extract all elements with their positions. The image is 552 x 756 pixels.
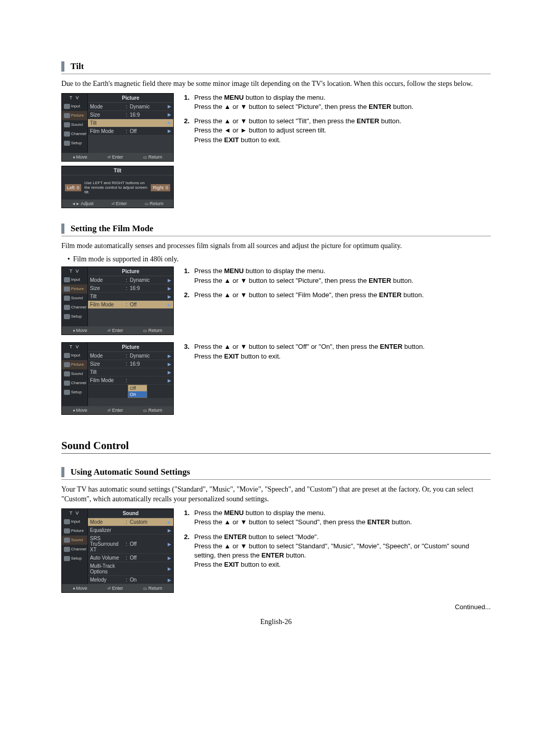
osd-row-label: SRS TruSurround XT bbox=[90, 536, 126, 552]
chevron-right-icon: ▶ bbox=[168, 302, 171, 307]
chevron-right-icon: ▶ bbox=[168, 278, 171, 283]
step: 1.Press the MENU button to display the m… bbox=[184, 266, 491, 285]
osd-row: Tilt▶ bbox=[88, 293, 173, 301]
step-line: Press the ▲ or ▼ button to select "Sound… bbox=[194, 518, 412, 527]
osd-sidebar: T V Input Picture Sound Channel Setup bbox=[62, 94, 88, 153]
chevron-right-icon: ▶ bbox=[168, 104, 171, 109]
osd-row-label: Mode bbox=[90, 104, 126, 109]
chevron-right-icon: ▶ bbox=[168, 378, 171, 383]
osd-row-value: Dynamic bbox=[130, 277, 168, 283]
step-line: Press the ▲ or ▼ button to select "Film … bbox=[194, 291, 424, 300]
step-line: Press the EXIT button to exit. bbox=[194, 136, 401, 145]
move-icon: ♦ bbox=[73, 155, 75, 160]
osd-row-label: Size bbox=[90, 361, 126, 367]
step: 1.Press the MENU button to display the m… bbox=[184, 508, 491, 527]
step-text: Press the ▲ or ▼ button to select "Film … bbox=[194, 291, 424, 300]
autosound-intro: Your TV has automatic sound settings ("S… bbox=[61, 485, 491, 504]
osd-row-value: 16:9 bbox=[130, 285, 168, 291]
osd-sidebar: T V Input Picture Sound Channel Setup bbox=[62, 267, 88, 326]
osd-row: Mode:Dynamic▶ bbox=[88, 352, 173, 360]
step-text: Press the MENU button to display the men… bbox=[194, 266, 413, 285]
chevron-right-icon: ▶ bbox=[168, 520, 171, 525]
tilt-content: T V Input Picture Sound Channel Setup Pi… bbox=[61, 93, 491, 209]
sound-icon bbox=[64, 122, 70, 127]
return-icon: ▭ bbox=[143, 408, 147, 413]
enter-icon: ⏎ bbox=[107, 328, 111, 333]
setup-icon bbox=[64, 314, 70, 319]
osd-row: Mode:Dynamic▶ bbox=[88, 103, 173, 111]
chevron-right-icon: ▶ bbox=[168, 370, 171, 375]
osd-row-label: Tilt bbox=[90, 120, 126, 126]
step: 2.Press the ▲ or ▼ button to select "Fil… bbox=[184, 291, 491, 300]
osd-row-value: 16:9 bbox=[130, 112, 168, 118]
osd-row-value: Dynamic bbox=[130, 353, 168, 359]
tilt-screenshots: T V Input Picture Sound Channel Setup Pi… bbox=[61, 93, 174, 209]
tilt-heading-bar: Tilt bbox=[61, 61, 491, 72]
step-line: Press the ▲ or ▼ button to select "Pictu… bbox=[194, 276, 413, 285]
setup-icon bbox=[64, 390, 70, 395]
autosound-content: T V Input Picture Sound Channel Setup So… bbox=[61, 508, 491, 597]
enter-icon: ⏎ bbox=[107, 408, 111, 413]
return-icon: ▭ bbox=[143, 586, 147, 591]
step-number: 1. bbox=[184, 93, 194, 112]
move-icon: ♦ bbox=[73, 328, 75, 333]
move-icon: ♦ bbox=[73, 586, 75, 591]
osd-row-value: Custom bbox=[130, 519, 168, 525]
osd-row-label: Mode bbox=[90, 277, 126, 283]
sound-icon bbox=[64, 296, 70, 301]
page-number: English-26 bbox=[61, 618, 491, 626]
osd-tilt-adjust: Tilt Left0 Use LEFT and RIGHT buttons on… bbox=[61, 166, 174, 209]
manual-page: Tilt Due to the Earth's magnetic field t… bbox=[0, 0, 552, 647]
heading-accent bbox=[61, 467, 64, 477]
osd-sound-mode: T V Input Picture Sound Channel Setup So… bbox=[61, 508, 174, 593]
step-line: Press the MENU button to display the men… bbox=[194, 266, 413, 276]
chevron-right-icon: ▶ bbox=[168, 353, 171, 359]
input-icon bbox=[64, 277, 70, 282]
osd-row-value: Dynamic bbox=[130, 104, 168, 109]
osd-row-label: Film Mode bbox=[90, 128, 126, 134]
step-text: Press the ENTER button to select "Mode".… bbox=[194, 532, 491, 570]
step-line: Press the EXIT button to exit. bbox=[194, 560, 491, 569]
chevron-right-icon: ▶ bbox=[168, 286, 171, 291]
step-number: 2. bbox=[184, 291, 194, 300]
step-number: 3. bbox=[184, 342, 194, 361]
step-line: Press the ENTER button to select "Mode". bbox=[194, 532, 491, 542]
divider bbox=[61, 74, 491, 74]
osd-tv-label: T V bbox=[62, 94, 87, 102]
chevron-right-icon: ▶ bbox=[168, 566, 171, 571]
osd-row: Auto Volume:Off▶ bbox=[88, 554, 173, 562]
osd-spacer bbox=[88, 136, 173, 153]
step-line: Press the EXIT button to exit. bbox=[194, 352, 425, 361]
input-icon bbox=[64, 519, 70, 524]
input-icon bbox=[64, 353, 70, 358]
osd-row-label: Multi-Track Options bbox=[90, 563, 126, 574]
channel-icon bbox=[64, 381, 70, 386]
step: 1.Press the MENU button to display the m… bbox=[184, 93, 491, 112]
osd-row: Film Mode:▶ bbox=[88, 376, 173, 385]
enter-icon: ⏎ bbox=[107, 155, 111, 160]
osd-row-label: Mode bbox=[90, 519, 126, 525]
osd-row-value: On bbox=[130, 577, 168, 583]
input-icon bbox=[64, 104, 70, 109]
osd-rows-picture3: Mode:Dynamic▶Size:16:9▶Tilt▶Film Mode:▶O… bbox=[88, 352, 173, 398]
osd-rows-picture2: Mode:Dynamic▶Size:16:9▶Tilt▶Film Mode:Of… bbox=[88, 276, 173, 309]
chevron-right-icon: ▶ bbox=[168, 555, 171, 561]
osd-row: Melody:On▶ bbox=[88, 576, 173, 584]
osd-row-label: Melody bbox=[90, 577, 126, 583]
filmmode-heading-bar: Setting the Film Mode bbox=[61, 224, 491, 234]
osd-row-value: Off bbox=[130, 302, 168, 307]
sound-control-heading: Sound Control bbox=[61, 439, 491, 452]
osd-row: Mode:Dynamic▶ bbox=[88, 276, 173, 284]
tilt-steps: 1.Press the MENU button to display the m… bbox=[184, 93, 491, 209]
osd-row: Mode:Custom▶ bbox=[88, 518, 173, 526]
move-icon: ♦ bbox=[73, 408, 75, 413]
osd-row: Size:16:9▶ bbox=[88, 284, 173, 293]
picture-icon bbox=[64, 528, 70, 533]
autosound-heading-bar: Using Automatic Sound Settings bbox=[61, 467, 491, 477]
step-text: Press the MENU button to display the men… bbox=[194, 93, 413, 112]
filmmode-steps-top: 1.Press the MENU button to display the m… bbox=[184, 266, 491, 339]
chevron-right-icon: ▶ bbox=[168, 294, 171, 299]
step: 2.Press the ENTER button to select "Mode… bbox=[184, 532, 491, 570]
autosound-screenshot: T V Input Picture Sound Channel Setup So… bbox=[61, 508, 174, 597]
setup-icon bbox=[64, 141, 70, 146]
